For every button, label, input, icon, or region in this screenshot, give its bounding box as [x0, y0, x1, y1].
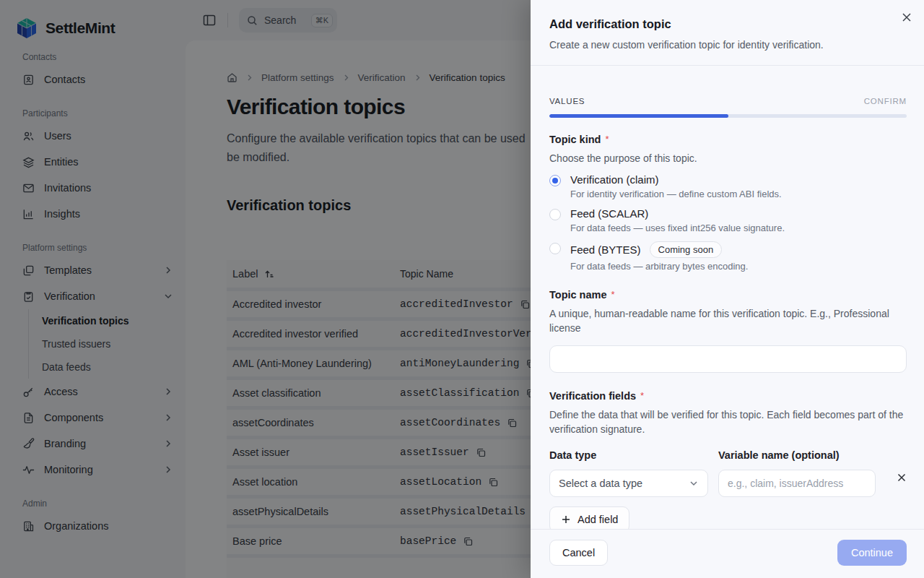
modal-subtitle: Create a new custom verification topic f…	[549, 39, 884, 51]
verification-fields-help: Define the data that will be verified fo…	[549, 407, 907, 436]
modal-header: Add verification topic Create a new cust…	[531, 0, 924, 66]
radio-description: For identity verification — define custo…	[570, 189, 782, 199]
step-values: VALUES	[549, 97, 585, 105]
remove-field-icon[interactable]	[897, 473, 907, 483]
radio-option-feed-bytes[interactable]: Feed (BYTES) Coming soon For data feeds …	[549, 241, 907, 272]
app-window: SettleMint Contacts Contacts Participant…	[0, 0, 924, 578]
radio-option-verification-claim[interactable]: Verification (claim) For identity verifi…	[549, 173, 907, 199]
verification-fields-section: Verification fields * Define the data th…	[549, 390, 907, 529]
data-type-label: Data type	[549, 449, 708, 461]
plus-icon	[561, 514, 571, 525]
radio-label: Feed (SCALAR)	[570, 207, 648, 220]
cancel-button[interactable]: Cancel	[549, 540, 608, 566]
data-type-select[interactable]: Select a data type	[549, 470, 708, 497]
field-definition-row: Data type Select a data type Variable na…	[549, 449, 907, 497]
data-type-selected-value: Select a data type	[559, 478, 642, 489]
required-asterisk: *	[605, 134, 609, 144]
add-verification-topic-modal: Add verification topic Create a new cust…	[531, 0, 924, 578]
close-icon[interactable]	[901, 12, 912, 23]
required-asterisk: *	[640, 390, 644, 401]
topic-name-label: Topic name	[549, 289, 607, 301]
radio-label: Feed (BYTES)	[570, 243, 641, 256]
topic-kind-help: Choose the purpose of this topic.	[549, 151, 907, 165]
verification-fields-label: Verification fields	[549, 390, 636, 402]
continue-button[interactable]: Continue	[837, 540, 907, 566]
radio-option-feed-scalar[interactable]: Feed (SCALAR) For data feeds — uses fixe…	[549, 207, 907, 233]
step-progress-bar	[549, 114, 907, 118]
radio-label: Verification (claim)	[570, 173, 659, 186]
step-confirm: CONFIRM	[864, 97, 907, 105]
chevron-down-icon	[689, 478, 699, 488]
radio-unselected-icon[interactable]	[549, 209, 561, 220]
variable-name-input[interactable]	[718, 470, 876, 497]
modal-footer: Cancel Continue	[531, 529, 924, 578]
add-field-label: Add field	[578, 514, 618, 525]
coming-soon-badge: Coming soon	[650, 241, 723, 258]
topic-name-section: Topic name * A unique, human-readable na…	[549, 289, 907, 373]
topic-kind-label: Topic kind	[549, 134, 601, 145]
radio-description: For data feeds — uses fixed int256 value…	[570, 223, 785, 233]
variable-name-label: Variable name (optional)	[718, 449, 876, 461]
modal-title: Add verification topic	[549, 17, 884, 31]
radio-selected-icon[interactable]	[549, 175, 561, 186]
radio-unselected-icon[interactable]	[549, 243, 561, 254]
topic-name-help: A unique, human-readable name for this v…	[549, 306, 907, 335]
radio-description: For data feeds — arbitrary bytes encodin…	[570, 261, 748, 272]
modal-body: VALUES CONFIRM Topic kind * Choose the p…	[531, 66, 924, 529]
add-field-button[interactable]: Add field	[549, 506, 629, 529]
stepper: VALUES CONFIRM	[549, 97, 907, 105]
required-asterisk: *	[611, 289, 615, 300]
step-progress-fill	[549, 114, 728, 118]
topic-name-input[interactable]	[549, 345, 907, 373]
topic-kind-section: Topic kind * Choose the purpose of this …	[549, 134, 907, 272]
